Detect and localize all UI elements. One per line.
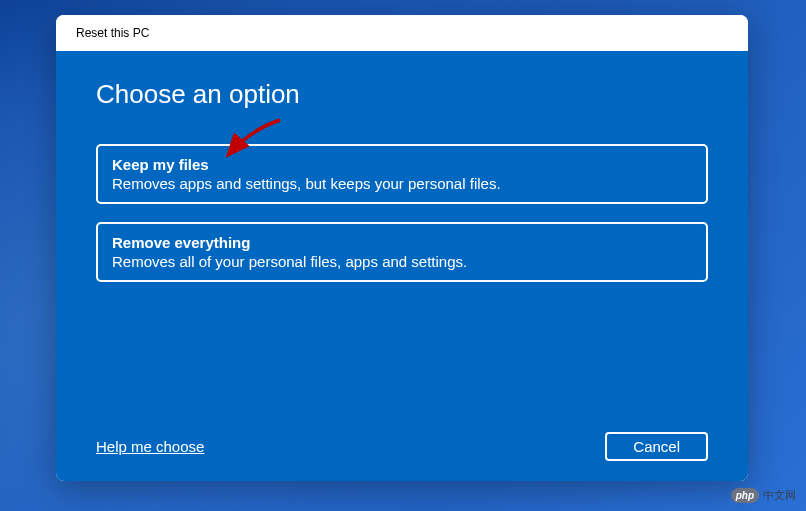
watermark-text: 中文网 (763, 488, 796, 503)
reset-pc-dialog: Reset this PC Choose an option Keep my f… (56, 15, 748, 481)
option-keep-my-files[interactable]: Keep my files Removes apps and settings,… (96, 144, 708, 204)
dialog-footer: Help me choose Cancel (96, 412, 708, 461)
help-me-choose-link[interactable]: Help me choose (96, 438, 204, 455)
page-heading: Choose an option (96, 79, 708, 110)
option-title: Remove everything (112, 234, 692, 251)
option-title: Keep my files (112, 156, 692, 173)
option-description: Removes all of your personal files, apps… (112, 253, 692, 270)
watermark: php 中文网 (731, 488, 796, 503)
option-remove-everything[interactable]: Remove everything Removes all of your pe… (96, 222, 708, 282)
dialog-content: Choose an option Keep my files Removes a… (56, 51, 748, 481)
dialog-titlebar: Reset this PC (56, 15, 748, 51)
dialog-title: Reset this PC (76, 26, 149, 40)
cancel-button[interactable]: Cancel (605, 432, 708, 461)
option-description: Removes apps and settings, but keeps you… (112, 175, 692, 192)
options-list: Keep my files Removes apps and settings,… (96, 144, 708, 282)
watermark-badge: php (731, 488, 759, 503)
